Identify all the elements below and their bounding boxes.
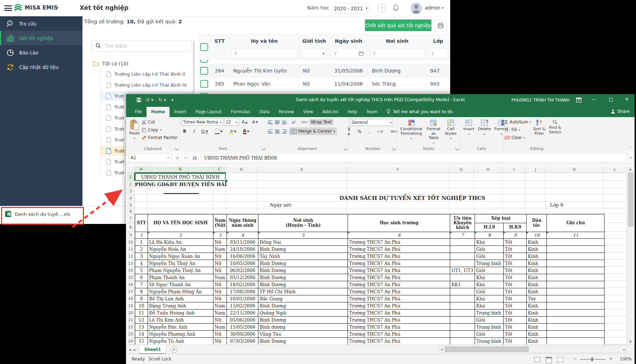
grid-cell[interactable] xyxy=(257,208,347,214)
grid-cell[interactable] xyxy=(226,202,257,208)
data-cell[interactable]: Quảng Ngãi xyxy=(258,310,348,317)
data-cell[interactable]: Giỏi xyxy=(475,331,504,338)
data-cell[interactable] xyxy=(450,246,475,253)
horizontal-scrollbar[interactable]: ◄ ► xyxy=(439,346,627,353)
data-cell[interactable]: Trường THCS7 An Phú xyxy=(348,267,450,274)
data-cell[interactable]: Nữ xyxy=(213,338,227,345)
grid-cell[interactable] xyxy=(449,181,474,188)
data-cell[interactable]: Kinh xyxy=(527,324,547,331)
grid-cell[interactable] xyxy=(347,173,449,181)
sidebar-item-3[interactable]: Báo cáo xyxy=(0,45,82,60)
data-cell[interactable]: 13 xyxy=(135,324,148,331)
ribbon-tab-data[interactable]: Data xyxy=(255,107,274,117)
data-cell[interactable]: Bình Dương xyxy=(258,302,348,310)
user-chevron-icon[interactable]: ▾ xyxy=(442,6,444,10)
data-cell[interactable] xyxy=(450,331,475,338)
data-cell[interactable]: Tốt xyxy=(504,281,527,288)
data-cell[interactable]: UT1, UT3 xyxy=(450,267,475,274)
grid-cell[interactable] xyxy=(135,195,148,202)
data-cell[interactable]: 05/06/2006 xyxy=(227,317,258,324)
data-cell[interactable]: Nam xyxy=(213,302,227,310)
data-cell[interactable]: Đồng Nai xyxy=(258,239,348,246)
grid-cell[interactable] xyxy=(526,195,546,202)
align-top-icon[interactable] xyxy=(268,120,273,124)
column-header-D[interactable]: D xyxy=(226,166,257,173)
data-cell[interactable]: 6 xyxy=(135,274,148,281)
grid-cell[interactable] xyxy=(546,181,603,188)
row-checkbox[interactable] xyxy=(200,60,208,63)
page-break-view-icon[interactable] xyxy=(557,357,563,362)
data-cell[interactable]: 8 xyxy=(135,288,148,295)
zoom-in-icon[interactable]: + xyxy=(609,356,613,361)
column-number-cell[interactable]: 7 xyxy=(450,232,475,239)
data-cell[interactable]: Nam xyxy=(213,310,227,317)
clipboard-dialog-launcher-icon[interactable] xyxy=(175,147,178,150)
data-cell[interactable]: Phạm Nguyễn Thuý An xyxy=(148,267,213,274)
row-header-19[interactable]: 19 xyxy=(127,302,135,309)
search-input[interactable] xyxy=(104,43,176,49)
data-cell[interactable]: Trường THCS7 An Phú xyxy=(348,260,450,267)
italic-button[interactable]: I xyxy=(191,127,196,135)
number-dialog-launcher-icon[interactable] xyxy=(393,147,396,150)
format-as-table-button[interactable]: Format as Table ▾ xyxy=(424,118,443,146)
finalize-results-button[interactable]: Chốt kết quả xét tốt nghiệp xyxy=(365,19,431,31)
data-cell[interactable] xyxy=(450,310,475,317)
grid-cell[interactable] xyxy=(526,208,546,214)
data-cell[interactable]: 1 xyxy=(135,239,148,246)
insert-cells-button[interactable]: Insert ▾ xyxy=(462,118,476,146)
data-cell[interactable]: 15 xyxy=(135,338,148,345)
column-number-cell[interactable]: 8 xyxy=(475,232,504,239)
data-cell[interactable]: 03/12/2006 xyxy=(227,274,258,281)
grid-cell[interactable] xyxy=(503,202,526,208)
grid-cell[interactable] xyxy=(603,323,626,330)
vertical-scroll-thumb[interactable] xyxy=(628,173,634,226)
grid-cell[interactable] xyxy=(546,195,603,202)
column-number-cell[interactable]: 9 xyxy=(504,232,527,239)
grid-cell[interactable] xyxy=(474,202,503,208)
table-row[interactable]: 265Phan Ngọc VânNữ11/04/2006Sóc Trăng9A5 xyxy=(199,77,450,91)
column-header-L[interactable]: L xyxy=(603,166,626,173)
data-cell[interactable] xyxy=(547,338,605,345)
row-header-15[interactable]: 15 xyxy=(127,274,135,281)
data-cell[interactable]: Bế Thị Lan Anh xyxy=(148,295,213,302)
grid-cell[interactable] xyxy=(213,208,226,214)
data-cell[interactable]: Trung bình xyxy=(475,338,504,345)
data-cell[interactable]: Giỏi xyxy=(475,288,504,295)
data-cell[interactable]: Bắc Giang xyxy=(258,295,348,302)
zoom-out-icon[interactable]: − xyxy=(573,356,577,361)
data-cell[interactable]: Trường THCS7 An Phú xyxy=(348,324,450,331)
delete-cells-button[interactable]: ✕ Delete ▾ xyxy=(476,118,493,146)
data-cell[interactable]: Tày xyxy=(527,295,547,302)
scroll-right-icon[interactable]: ► xyxy=(623,348,626,351)
data-cell[interactable]: Nữ xyxy=(213,331,227,338)
align-center-icon[interactable] xyxy=(275,129,280,133)
zoom-slider-thumb[interactable] xyxy=(591,357,593,361)
grid-cell[interactable] xyxy=(603,238,626,245)
font-dialog-launcher-icon[interactable] xyxy=(262,147,265,150)
grid-cell[interactable] xyxy=(603,195,626,202)
font-name-combo[interactable]: Times New Roma▾ xyxy=(181,119,223,126)
header-rating[interactable]: Xếp loại xyxy=(475,214,527,223)
font-color-button[interactable]: A▾ xyxy=(241,127,251,135)
increase-font-icon[interactable]: A▲ xyxy=(240,118,249,126)
ribbon-tab-addins[interactable]: Add-ins xyxy=(318,107,343,117)
data-cell[interactable]: Nguyễn Tú Anh xyxy=(148,338,213,345)
data-cell[interactable]: 07/03/2006 xyxy=(227,338,258,345)
ribbon-tab-help[interactable]: Help xyxy=(343,107,362,117)
data-cell[interactable] xyxy=(450,288,475,295)
select-all-checkbox[interactable] xyxy=(200,43,208,51)
data-cell[interactable]: 10 xyxy=(135,302,148,310)
data-cell[interactable]: Bình Dương xyxy=(258,281,348,288)
grid-cell[interactable] xyxy=(474,188,503,195)
name-box[interactable]: A1 ▾ xyxy=(128,153,171,162)
grid-cell[interactable] xyxy=(148,208,213,214)
align-left-icon[interactable] xyxy=(268,129,273,133)
data-cell[interactable]: Trường THCS7 An Phú xyxy=(348,253,450,260)
grid-cell[interactable] xyxy=(135,208,148,214)
filter-input-clazz[interactable] xyxy=(429,49,448,58)
grid-cell[interactable] xyxy=(449,188,474,195)
data-cell[interactable] xyxy=(450,295,475,302)
ribbon-tab-pagelayout[interactable]: Page Layout xyxy=(191,107,226,117)
grid-cell[interactable] xyxy=(603,309,626,316)
data-cell[interactable] xyxy=(547,260,605,267)
